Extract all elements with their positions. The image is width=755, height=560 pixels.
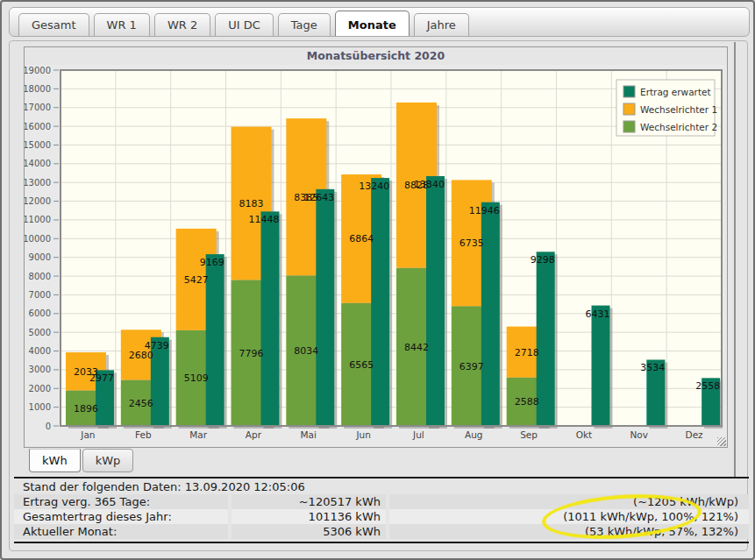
- bar-expected: [206, 254, 224, 426]
- x-tick-label: Sep: [520, 429, 538, 440]
- bar-value-label: 6397: [459, 361, 484, 372]
- bar-value-label: 8442: [404, 342, 429, 353]
- bar-value-label: 5109: [184, 372, 209, 384]
- y-tick-label: 18000: [25, 84, 51, 94]
- app-window: Gesamt WR 1 WR 2 UI DC Tage Monate Jahre…: [0, 0, 755, 560]
- tab-monate[interactable]: Monate: [335, 11, 410, 36]
- bar-value-label: 2680: [129, 350, 153, 361]
- x-tick-label: Jul: [412, 429, 424, 440]
- bar-expected: [592, 306, 610, 426]
- row-value: 101136 kWh: [231, 509, 386, 524]
- bar-expected: [261, 211, 280, 426]
- stand-label: Stand der folgenden Daten:: [23, 479, 182, 494]
- y-tick-label: 16000: [25, 122, 51, 131]
- row-extra: (~1205 kWh/kWp): [389, 494, 749, 509]
- x-tick-label: Okt: [576, 429, 592, 440]
- bar-value-label: 2558: [695, 380, 720, 392]
- legend-swatch: [623, 86, 635, 97]
- legend-label: Ertrag erwartet: [640, 87, 711, 97]
- y-tick-label: 0: [46, 422, 51, 431]
- vertical-divider: [734, 42, 736, 477]
- bar-value-label: 12643: [303, 192, 334, 203]
- x-tick-label: Jun: [355, 429, 370, 440]
- unit-kwp-button[interactable]: kWp: [82, 449, 134, 472]
- y-tick-label: 19000: [25, 66, 51, 75]
- legend-label: Wechselrichter 1: [640, 104, 717, 115]
- tab-wr2[interactable]: WR 2: [154, 13, 210, 36]
- bar-expected: [426, 176, 445, 426]
- separator-top: [14, 477, 749, 478]
- row-value: ~120517 kWh: [231, 494, 386, 509]
- tab-gesamt[interactable]: Gesamt: [18, 13, 89, 36]
- stand-value: 13.09.2020 12:05:06: [185, 479, 305, 494]
- resize-handle-icon[interactable]: [717, 437, 726, 446]
- y-tick-label: 8000: [29, 272, 51, 281]
- bar-value-label: 9169: [200, 257, 224, 268]
- y-tick-label: 4000: [29, 346, 51, 356]
- x-tick-label: Dez: [686, 429, 704, 440]
- bar-value-label: 13340: [414, 179, 445, 190]
- x-tick-label: Mar: [189, 429, 207, 440]
- y-tick-label: 7000: [29, 290, 51, 300]
- legend-swatch: [623, 121, 635, 132]
- y-tick-label: 10000: [25, 234, 51, 244]
- y-tick-label: 12000: [25, 196, 51, 206]
- bar-value-label: 8183: [239, 198, 264, 209]
- y-tick-label: 1000: [29, 402, 51, 412]
- x-tick-label: Nov: [630, 429, 649, 440]
- bar-value-label: 6431: [586, 308, 610, 320]
- separator-bottom: [14, 542, 749, 543]
- bar-value-label: 1896: [74, 403, 98, 415]
- bar-value-label: 9298: [531, 254, 555, 266]
- x-tick-label: Feb: [135, 429, 152, 440]
- bar-value-label: 3534: [640, 362, 665, 373]
- row-label: Gesamtertrag dieses Jahr:: [14, 509, 228, 524]
- row-label: Aktueller Monat:: [14, 524, 228, 539]
- bar-value-label: 7796: [239, 348, 264, 359]
- table-row: Gesamtertrag dieses Jahr: 101136 kWh (10…: [14, 509, 749, 524]
- tab-bar: Gesamt WR 1 WR 2 UI DC Tage Monate Jahre: [9, 7, 750, 37]
- row-extra: (53 kWh/kWp, 57%, 132%): [389, 524, 749, 539]
- bar-expected: [537, 252, 555, 426]
- bar-value-label: 2588: [515, 396, 539, 408]
- y-tick-label: 13000: [25, 178, 51, 188]
- tab-wr1[interactable]: WR 1: [94, 13, 150, 36]
- bar-value-label: 13240: [359, 181, 389, 192]
- bar-value-label: 11448: [249, 214, 280, 225]
- legend-label: Wechselrichter 2: [640, 122, 717, 132]
- bar-value-label: 8034: [294, 345, 318, 357]
- tab-jahre[interactable]: Jahre: [414, 13, 469, 36]
- y-tick-label: 11000: [25, 215, 51, 224]
- table-row: Ertrag verg. 365 Tage: ~120517 kWh (~120…: [14, 494, 749, 509]
- content-panel: Monatsübersicht 2020 0100020003000400050…: [9, 40, 748, 551]
- x-tick-label: Apr: [246, 429, 262, 440]
- chart-title: Monatsübersicht 2020: [25, 47, 727, 65]
- x-tick-label: Mai: [301, 429, 317, 440]
- tab-tage[interactable]: Tage: [278, 13, 331, 36]
- bar-value-label: 2718: [515, 347, 539, 358]
- y-tick-label: 14000: [25, 159, 51, 168]
- x-tick-label: Jan: [80, 429, 95, 440]
- bar-value-label: 2456: [129, 398, 153, 409]
- stats-table: Stand der folgenden Daten: 13.09.2020 12…: [14, 479, 749, 539]
- bar-value-label: 6565: [349, 359, 374, 371]
- y-tick-label: 3000: [29, 365, 51, 374]
- bar-expected: [316, 189, 334, 426]
- unit-switch: kWh kWp: [29, 449, 135, 472]
- x-tick-label: Aug: [465, 429, 483, 440]
- bar-expected: [371, 178, 389, 426]
- row-extra: (1011 kWh/kWp, 100%, 121%): [389, 509, 749, 524]
- bar-value-label: 4739: [145, 340, 169, 351]
- table-row: Aktueller Monat: 5306 kWh (53 kWh/kWp, 5…: [14, 524, 749, 539]
- monthly-bar-chart: 0100020003000400050006000700080009000100…: [25, 65, 727, 447]
- bar-value-label: 5427: [184, 274, 209, 286]
- legend: Ertrag erwartetWechselrichter 1Wechselri…: [616, 80, 717, 136]
- bar-value-label: 2977: [89, 372, 114, 384]
- tab-uidc[interactable]: UI DC: [215, 13, 274, 36]
- bar-value-label: 6735: [459, 237, 484, 249]
- bar-value-label: 11946: [469, 205, 500, 216]
- y-tick-label: 17000: [25, 103, 51, 112]
- y-tick-label: 5000: [29, 328, 51, 337]
- stand-row: Stand der folgenden Daten: 13.09.2020 12…: [14, 479, 749, 494]
- unit-kwh-button[interactable]: kWh: [29, 449, 81, 472]
